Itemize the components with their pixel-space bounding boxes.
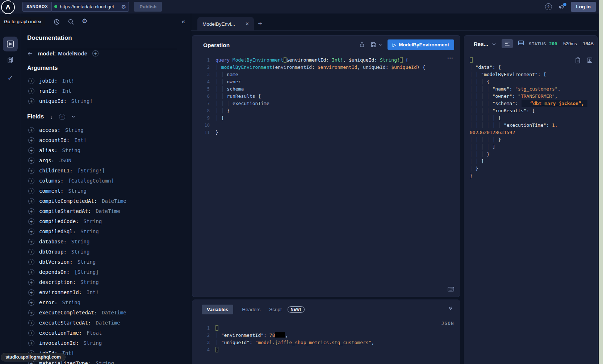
tab-modelbyenvironment[interactable]: ModelByEnvi... × bbox=[197, 17, 254, 31]
schema-field-row[interactable]: +uniqueId:String! bbox=[21, 96, 191, 106]
login-button[interactable]: Log in bbox=[571, 2, 596, 12]
schema-field-row[interactable]: +executeStartedAt:DateTime bbox=[21, 318, 191, 328]
add-field-icon[interactable]: + bbox=[28, 158, 34, 164]
add-field-icon[interactable]: + bbox=[28, 168, 34, 174]
apollo-logo[interactable]: A bbox=[1, 0, 15, 14]
field-type[interactable]: Int! bbox=[87, 289, 99, 295]
help-icon[interactable]: ? bbox=[545, 3, 552, 10]
schema-field-row[interactable]: +executionTime:Float bbox=[21, 328, 191, 338]
search-icon[interactable] bbox=[68, 18, 74, 25]
browser-scrollbar[interactable] bbox=[599, 0, 603, 364]
editor-menu-icon[interactable]: ••• bbox=[447, 56, 453, 60]
add-field-icon[interactable]: + bbox=[28, 340, 34, 346]
response-format-table-toggle[interactable] bbox=[518, 40, 524, 46]
field-type[interactable]: String! bbox=[71, 98, 93, 104]
field-type[interactable]: DateTime bbox=[96, 320, 120, 326]
schema-field-row[interactable]: +accountId:Int! bbox=[21, 135, 191, 145]
tab-script[interactable]: Script bbox=[269, 307, 282, 312]
field-type[interactable]: String bbox=[84, 218, 102, 224]
save-menu-chevron-icon[interactable] bbox=[378, 43, 382, 47]
schema-field-row[interactable]: +dbtVersion:String bbox=[21, 257, 191, 267]
schema-field-row[interactable]: +alias:String bbox=[21, 145, 191, 155]
field-type[interactable]: String bbox=[78, 259, 96, 265]
field-type[interactable]: String bbox=[84, 340, 102, 346]
history-icon[interactable] bbox=[53, 18, 60, 25]
add-field-icon[interactable]: + bbox=[28, 320, 34, 326]
schema-field-row[interactable]: +compiledSql:String bbox=[21, 226, 191, 237]
schema-field-row[interactable]: +dbtGroup:String bbox=[21, 247, 191, 257]
schema-field-row[interactable]: +comment:String bbox=[21, 186, 191, 196]
back-arrow-icon[interactable] bbox=[27, 51, 33, 56]
collapse-variables-icon[interactable] bbox=[448, 306, 453, 310]
run-operation-button[interactable]: ▷ ModelByEnvironment bbox=[388, 39, 454, 50]
tab-variables[interactable]: Variables bbox=[202, 305, 233, 314]
endpoint-url[interactable]: https://metadata.cloud.get bbox=[60, 4, 119, 9]
publish-button[interactable]: Publish bbox=[134, 2, 162, 12]
add-field-icon[interactable]: + bbox=[28, 147, 34, 154]
add-field-icon[interactable]: + bbox=[28, 208, 34, 214]
add-field-icon[interactable]: + bbox=[28, 198, 34, 204]
field-type[interactable]: DateTime bbox=[102, 310, 126, 315]
sidebar-item-explorer[interactable] bbox=[3, 37, 18, 51]
field-type[interactable]: DateTime bbox=[102, 198, 126, 204]
keyboard-shortcuts-icon[interactable] bbox=[448, 287, 454, 292]
field-type[interactable]: String bbox=[65, 127, 84, 133]
type-name-link[interactable]: ModelNode bbox=[58, 50, 87, 57]
field-type[interactable]: String bbox=[62, 300, 81, 305]
add-field-icon[interactable]: + bbox=[28, 289, 34, 296]
schema-field-row[interactable]: +invocationId:String bbox=[21, 338, 191, 348]
field-type[interactable]: String bbox=[68, 188, 87, 194]
field-type[interactable]: String bbox=[80, 229, 99, 234]
add-field-icon[interactable]: + bbox=[28, 330, 34, 336]
schema-field-row[interactable]: +dependsOn:[String] bbox=[21, 267, 191, 277]
add-field-icon[interactable]: + bbox=[28, 279, 34, 285]
sidebar-item-checks[interactable]: ✓ bbox=[8, 74, 13, 82]
response-body[interactable]: {│ "data": {│ │ "modelByEnvironment": [│… bbox=[470, 57, 595, 180]
schema-field-row[interactable]: +jobId:Int! bbox=[21, 76, 191, 86]
chevron-down-icon[interactable] bbox=[71, 115, 75, 119]
add-all-fields-icon[interactable]: + bbox=[59, 114, 65, 120]
field-type[interactable]: Int! bbox=[74, 137, 87, 143]
add-field-icon[interactable]: + bbox=[28, 249, 34, 255]
add-field-icon[interactable]: + bbox=[28, 188, 34, 194]
field-type[interactable]: String bbox=[62, 147, 81, 153]
schema-field-row[interactable]: +columns:[CatalogColumn] bbox=[21, 176, 191, 186]
add-field-icon[interactable]: + bbox=[28, 239, 34, 245]
field-type[interactable]: Float bbox=[87, 330, 102, 336]
schema-field-row[interactable]: +args:JSON bbox=[21, 155, 191, 166]
add-field-icon[interactable]: + bbox=[28, 98, 34, 104]
field-type[interactable]: [String] bbox=[74, 269, 99, 275]
add-field-icon[interactable]: + bbox=[28, 300, 34, 306]
add-field-icon[interactable]: + bbox=[28, 259, 34, 265]
collapse-panel-icon[interactable]: « bbox=[181, 17, 185, 25]
save-icon[interactable] bbox=[370, 42, 377, 48]
new-tab-icon[interactable]: + bbox=[258, 19, 262, 28]
response-title-control[interactable]: Res... bbox=[474, 41, 496, 47]
schema-field-row[interactable]: +description:String bbox=[21, 277, 191, 287]
tab-headers[interactable]: Headers bbox=[242, 307, 260, 312]
schema-field-row[interactable]: +compileCompletedAt:DateTime bbox=[21, 196, 191, 206]
field-type[interactable]: String bbox=[80, 279, 99, 285]
endpoint-url-box[interactable]: https://metadata.cloud.get ⚙ bbox=[51, 2, 129, 12]
explorer-settings-gear-icon[interactable]: ⚙ bbox=[82, 17, 87, 25]
copy-response-icon[interactable] bbox=[575, 57, 581, 63]
announcements-icon[interactable] bbox=[558, 4, 565, 10]
schema-field-row[interactable]: +database:String bbox=[21, 237, 191, 247]
field-type[interactable]: Int! bbox=[62, 78, 75, 84]
field-type[interactable]: String bbox=[96, 360, 114, 364]
schema-field-row[interactable]: +access:String bbox=[21, 125, 191, 135]
add-field-icon[interactable]: + bbox=[28, 218, 34, 225]
schema-field-row[interactable]: +childrenL1:[String!] bbox=[21, 166, 191, 176]
schema-field-row[interactable]: +compiledCode:String bbox=[21, 216, 191, 226]
schema-field-row[interactable]: +compileStartedAt:DateTime bbox=[21, 206, 191, 216]
field-type[interactable]: [CatalogColumn] bbox=[68, 178, 114, 184]
add-field-icon[interactable]: + bbox=[28, 127, 34, 133]
connection-settings-gear-icon[interactable]: ⚙ bbox=[121, 4, 126, 9]
add-field-icon[interactable]: + bbox=[28, 229, 34, 235]
share-operation-icon[interactable] bbox=[359, 42, 365, 48]
add-type-icon[interactable]: + bbox=[92, 50, 99, 57]
field-type[interactable]: String bbox=[71, 239, 90, 244]
field-type[interactable]: String bbox=[71, 249, 90, 255]
add-field-icon[interactable]: + bbox=[28, 78, 34, 84]
add-field-icon[interactable]: + bbox=[28, 310, 34, 316]
